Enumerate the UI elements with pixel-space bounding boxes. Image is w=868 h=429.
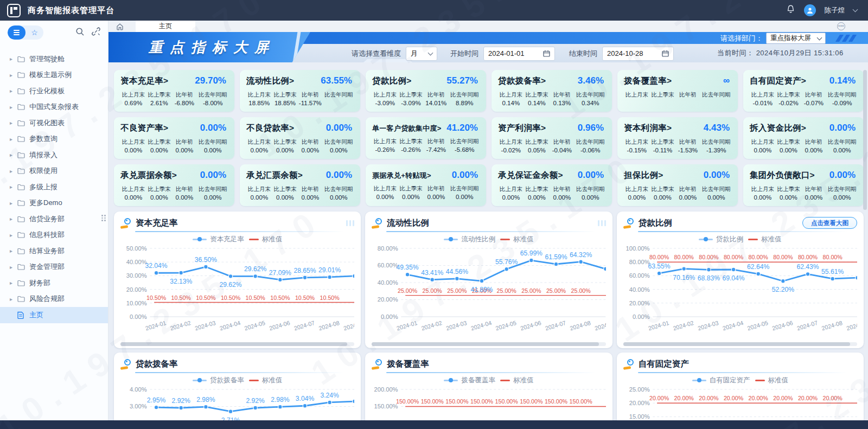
chart-horizontal-scrollbar[interactable] xyxy=(120,342,354,346)
kpi-title: 自有固定资产> xyxy=(750,75,806,87)
svg-text:43.41%: 43.41% xyxy=(421,268,443,276)
chart-horizontal-scrollbar[interactable] xyxy=(623,342,857,346)
series-legend-item[interactable]: 贷款比例 xyxy=(699,235,743,244)
sidebar-resize-handle[interactable] xyxy=(101,215,107,221)
sidebar-item-参数查询[interactable]: ▸参数查询 xyxy=(0,131,108,148)
sidebar-item-更多Demo[interactable]: ▸更多Demo xyxy=(0,195,108,212)
kpi-title: 承兑汇票余额> xyxy=(246,170,303,181)
vertical-scrollbar[interactable] xyxy=(863,70,867,210)
chart-horizontal-scrollbar[interactable] xyxy=(372,342,605,346)
scrollbar-thumb[interactable] xyxy=(372,342,598,346)
end-date-input[interactable]: 2024-10-28 xyxy=(602,47,674,61)
svg-text:25.00%: 25.00% xyxy=(398,287,418,293)
user-name[interactable]: 陈子煌 xyxy=(825,6,845,15)
sidebar-item-中国式复杂报表[interactable]: ▸中国式复杂报表 xyxy=(0,99,108,116)
sidebar-item-信贷业务部[interactable]: ▸信贷业务部 xyxy=(0,211,108,227)
user-avatar[interactable] xyxy=(804,4,816,16)
svg-text:2024-09: 2024-09 xyxy=(594,319,606,332)
scrollbar-thumb[interactable] xyxy=(623,342,850,346)
svg-text:70.16%: 70.16% xyxy=(673,273,695,281)
kpi-metric-label: 比上季末 xyxy=(146,91,173,99)
kpi-metric-value: 0.00% xyxy=(298,147,322,154)
kpi-metric-value: 0.00% xyxy=(750,194,776,201)
favorites-toggle[interactable]: ☆ xyxy=(25,25,43,40)
sidebar-item-行业化模板[interactable]: ▸行业化模板 xyxy=(0,83,108,99)
svg-text:0.00%: 0.00% xyxy=(633,313,650,320)
kpi-metric-label: 比年初 xyxy=(550,91,574,99)
kpi-metric-label: 比上月末 xyxy=(246,185,272,193)
kpi-head: 不良资产率>0.00% xyxy=(120,123,229,134)
kpi-title: 担保比例> xyxy=(624,170,663,181)
notification-bell-icon[interactable] xyxy=(786,4,795,16)
kpi-metric-value: 2.61% xyxy=(146,100,173,107)
kpi-metric-label: 比去年同期 xyxy=(574,138,607,146)
kpi-metric-label: 比年初 xyxy=(801,91,826,99)
kpi-head: 贷款拨备率>3.46% xyxy=(498,75,607,87)
standard-legend-item[interactable]: 标准值 xyxy=(755,376,789,385)
kpi-metric-value: -0.07% xyxy=(801,100,826,107)
kpi-title: 贷款拨备率> xyxy=(498,75,546,87)
sidebar-item-权限使用[interactable]: ▸权限使用 xyxy=(0,163,108,180)
standard-legend-item[interactable]: 标准值 xyxy=(500,235,534,244)
kpi-metrics: 比上月末比上季末比年初比去年同期0.14%0.14%0.13%0.34% xyxy=(498,91,607,107)
sidebar-item-填报录入[interactable]: ▸填报录入 xyxy=(0,147,108,163)
sidebar-item-结算业务部[interactable]: ▸结算业务部 xyxy=(0,243,108,259)
kpi-metrics: 比上月末比上季末比年初比去年同期0.00%0.00%0.00%0.00% xyxy=(246,138,355,154)
kpi-metric-value: 0.00% xyxy=(398,194,424,201)
folder-icon xyxy=(17,200,29,206)
series-legend-item[interactable]: 自有固定资产 xyxy=(692,376,750,385)
standard-legend-item[interactable]: 标准值 xyxy=(249,376,283,385)
standard-legend-item[interactable]: 标准值 xyxy=(500,376,534,385)
svg-text:36.50%: 36.50% xyxy=(195,256,217,264)
kpi-head: 拨备覆盖率>∞ xyxy=(624,75,732,87)
svg-text:0.00%: 0.00% xyxy=(130,313,147,320)
series-legend-item[interactable]: 资本充足率 xyxy=(193,235,244,244)
department-select[interactable]: 重点指标大屏 xyxy=(766,33,826,44)
sidebar-item-模板主题示例[interactable]: ▸模板主题示例 xyxy=(0,67,108,84)
kpi-metric-value: 0.00% xyxy=(776,194,802,201)
search-icon[interactable] xyxy=(75,27,85,39)
sidebar-item-财务部[interactable]: ▸财务部 xyxy=(0,275,108,291)
caret-icon: ▸ xyxy=(10,280,17,286)
svg-text:25.00%: 25.00% xyxy=(497,287,517,293)
svg-text:25.00%: 25.00% xyxy=(423,287,443,293)
menu-list-toggle[interactable] xyxy=(8,25,25,40)
kpi-metric-value: -0.15% xyxy=(624,147,650,154)
svg-text:10.50%: 10.50% xyxy=(146,294,167,300)
sidebar-item-label: 权限使用 xyxy=(29,166,58,176)
scrollbar-thumb[interactable] xyxy=(120,342,347,346)
standard-legend-label: 标准值 xyxy=(513,235,534,244)
kpi-metric-label: 比年初 xyxy=(801,185,826,193)
home-icon[interactable] xyxy=(116,23,124,30)
kpi-metric-label: 比上月末 xyxy=(246,138,272,146)
kpi-head: 承兑汇票余额>0.00% xyxy=(246,170,355,181)
kpi-card: 承兑票据余额>0.00%比上月末比上季末比年初比去年同期0.00%0.00%0.… xyxy=(114,164,234,206)
svg-text:49.35%: 49.35% xyxy=(397,264,419,271)
series-legend-item[interactable]: 贷款拨备率 xyxy=(193,376,244,385)
svg-text:80.00%: 80.00% xyxy=(773,254,793,260)
tab-home[interactable]: 主页 xyxy=(136,21,195,32)
sidebar-item-资金管理部[interactable]: ▸资金管理部 xyxy=(0,259,108,276)
sidebar-item-可视化图表[interactable]: ▸可视化图表 xyxy=(0,115,108,131)
series-legend-item[interactable]: 流动性比例 xyxy=(444,235,495,244)
red-line-marker-icon xyxy=(500,239,510,240)
chart-title: 资本充足率 xyxy=(136,217,178,229)
svg-text:20.00%: 20.00% xyxy=(126,286,147,292)
sidebar-item-多级上报[interactable]: ▸多级上报 xyxy=(0,179,108,195)
sidebar-item-主页[interactable]: 主页 xyxy=(0,307,108,323)
unlink-icon[interactable] xyxy=(92,27,100,38)
sidebar-item-信息科技部[interactable]: ▸信息科技部 xyxy=(0,227,108,244)
sidebar-item-风险合规部[interactable]: ▸风险合规部 xyxy=(0,291,108,308)
tab-more-icon[interactable]: ••• xyxy=(837,22,845,30)
dimension-select[interactable]: 月 xyxy=(406,47,437,61)
standard-legend-item[interactable]: 标准值 xyxy=(249,235,283,244)
kpi-metric-label: 比去年同期 xyxy=(322,138,355,146)
sidebar-item-管理驾驶舱[interactable]: ▸管理驾驶舱 xyxy=(0,51,108,67)
standard-legend-item[interactable]: 标准值 xyxy=(748,235,782,244)
series-legend-item[interactable]: 拨备覆盖率 xyxy=(444,376,495,385)
chevron-down-icon[interactable] xyxy=(853,7,858,12)
department-label: 请选择部门： xyxy=(720,34,763,43)
kpi-head: 资产利润率>0.96% xyxy=(498,123,607,134)
view-large-chart-button[interactable]: 点击查看大图 xyxy=(802,217,857,229)
start-date-input[interactable]: 2024-01-01 xyxy=(483,47,555,61)
